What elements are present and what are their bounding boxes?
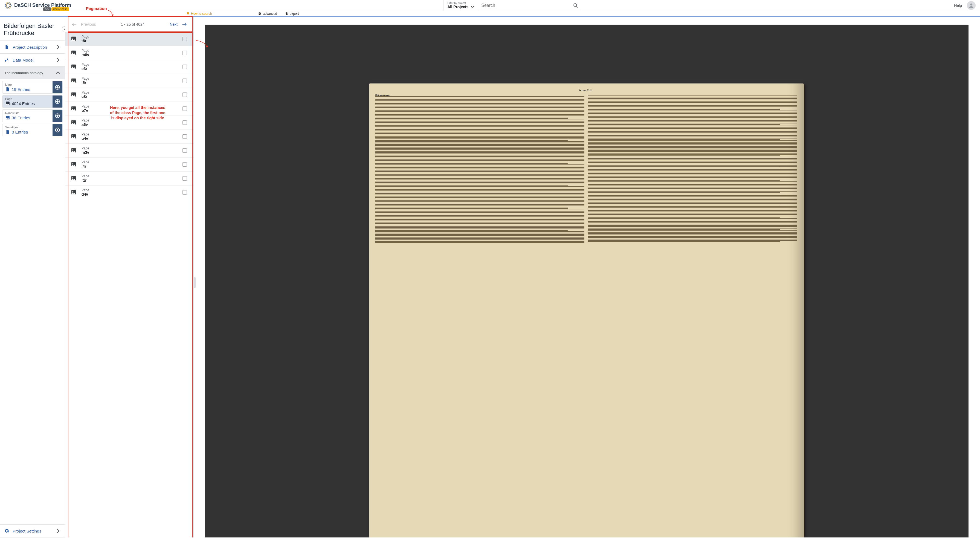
list-item-checkbox[interactable] xyxy=(183,176,187,181)
list-item-name: m3v xyxy=(81,150,178,154)
chevron-up-icon xyxy=(56,70,60,75)
search-mode-bar: How to search advanced expert xyxy=(0,11,980,17)
list-item[interactable]: Page e3r xyxy=(65,60,193,73)
list-item-checkbox[interactable] xyxy=(183,107,187,111)
list-item-checkbox[interactable] xyxy=(183,162,187,167)
svg-point-3 xyxy=(574,3,577,6)
list-item-type: Page xyxy=(81,91,178,94)
nav-data-model[interactable]: Data Model xyxy=(0,54,65,67)
class-card[interactable]: Randleiste 38 Entries xyxy=(2,110,63,122)
chevron-right-icon xyxy=(56,528,60,533)
class-card[interactable]: Livre 19 Entries xyxy=(2,81,63,94)
list-item-checkbox[interactable] xyxy=(183,37,187,41)
list-item[interactable]: Page t8r xyxy=(65,32,193,46)
svg-point-14 xyxy=(8,60,8,61)
image-icon xyxy=(71,92,76,98)
svg-line-4 xyxy=(576,6,578,7)
add-circle-icon xyxy=(55,99,60,104)
nav-project-settings[interactable]: Project Settings xyxy=(0,525,65,538)
list-item-type: Page xyxy=(81,146,178,150)
project-filter-dropdown[interactable]: Filter by project All Projects xyxy=(443,0,478,11)
filter-label: Filter by project xyxy=(447,2,474,5)
add-resource-button[interactable] xyxy=(52,81,62,93)
svg-point-12 xyxy=(5,60,6,62)
image-icon xyxy=(71,148,76,153)
svg-point-2 xyxy=(5,2,11,9)
class-entries: 0 Entries xyxy=(5,129,50,134)
how-to-search-link[interactable]: How to search xyxy=(186,12,212,16)
chevron-right-icon xyxy=(56,45,60,49)
manuscript-page: Sermo X.LI. Dñica palmarū. xyxy=(369,83,804,538)
env-badges: dev dev-release xyxy=(43,7,69,11)
filter-value: All Projects xyxy=(447,5,474,9)
add-resource-button[interactable] xyxy=(52,124,62,136)
list-item[interactable]: Page d4v xyxy=(65,185,193,199)
svg-point-34 xyxy=(72,51,73,53)
list-item[interactable]: Page u4v xyxy=(65,129,193,143)
pagination-bar: Previous 1 - 25 of 4024 Next xyxy=(65,17,193,32)
image-icon xyxy=(71,119,76,126)
image-icon xyxy=(71,106,76,111)
list-item-checkbox[interactable] xyxy=(183,51,187,55)
chevron-down-icon xyxy=(471,5,474,8)
class-name: Randleiste xyxy=(5,111,50,115)
list-item[interactable]: Page i5r xyxy=(65,73,193,88)
expert-search-link[interactable]: expert xyxy=(285,12,299,16)
list-item-checkbox[interactable] xyxy=(183,120,187,125)
help-link[interactable]: Help xyxy=(954,3,962,8)
image-icon xyxy=(71,78,76,84)
list-item-checkbox[interactable] xyxy=(183,78,187,83)
user-avatar[interactable] xyxy=(967,1,975,10)
list-item[interactable]: Page p7v xyxy=(65,102,193,116)
list-item-type: Page xyxy=(81,76,178,80)
image-icon xyxy=(71,64,76,70)
list-item-checkbox[interactable] xyxy=(183,190,187,194)
list-item-checkbox[interactable] xyxy=(183,134,187,139)
svg-point-38 xyxy=(72,80,73,80)
svg-point-13 xyxy=(7,59,8,60)
list-item-checkbox[interactable] xyxy=(183,148,187,153)
file-icon xyxy=(5,87,10,92)
list-item[interactable]: Page c8r xyxy=(65,88,193,102)
list-item-type: Page xyxy=(81,35,178,38)
list-item[interactable]: Page m8v xyxy=(65,46,193,60)
chevron-right-icon xyxy=(56,57,60,62)
image-icon xyxy=(71,189,76,196)
pagination-prev: Previous xyxy=(72,22,96,27)
bubbles-icon xyxy=(5,57,9,62)
pagination-next[interactable]: Next xyxy=(170,22,187,27)
ontology-header[interactable]: The incunabula ontology xyxy=(0,67,65,80)
list-item[interactable]: Page a6v xyxy=(65,116,193,129)
list-item-checkbox[interactable] xyxy=(183,65,187,69)
add-resource-button[interactable] xyxy=(52,110,62,122)
class-card[interactable]: Sonstiges 0 Entries xyxy=(2,124,63,136)
class-card[interactable]: Page 4024 Entries xyxy=(2,95,63,108)
arrow-right-icon xyxy=(182,22,187,26)
list-item[interactable]: Page i4r xyxy=(65,158,193,171)
image-icon xyxy=(71,36,76,42)
list-item-name: d4v xyxy=(81,192,178,196)
resource-viewer-panel: Sermo X.LI. Dñica palmarū. xyxy=(194,17,980,538)
viewer-canvas[interactable]: Sermo X.LI. Dñica palmarū. xyxy=(205,25,969,538)
svg-point-46 xyxy=(72,135,73,136)
arrow-left-icon xyxy=(72,22,76,26)
svg-point-44 xyxy=(72,121,73,122)
list-item-name: a6v xyxy=(81,122,178,127)
list-item[interactable]: Page m3v xyxy=(65,143,193,158)
list-item-name: e3r xyxy=(81,67,178,71)
file-icon xyxy=(5,45,9,49)
svg-point-32 xyxy=(72,38,73,38)
file-icon xyxy=(5,129,10,134)
list-item[interactable]: Page r1r xyxy=(65,171,193,185)
search-icon[interactable] xyxy=(573,3,578,8)
class-entries: 38 Entries xyxy=(5,115,50,120)
advanced-search-link[interactable]: advanced xyxy=(258,12,277,16)
nav-project-description[interactable]: Project Description xyxy=(0,41,65,54)
gear-icon xyxy=(5,528,9,533)
add-resource-button[interactable] xyxy=(52,96,62,108)
list-item-checkbox[interactable] xyxy=(183,92,187,97)
sliders-icon xyxy=(258,12,262,16)
class-entries: 4024 Entries xyxy=(5,101,50,106)
search-input[interactable] xyxy=(481,3,573,8)
results-list-panel: Previous 1 - 25 of 4024 Next Page t8r Pa… xyxy=(65,17,194,538)
